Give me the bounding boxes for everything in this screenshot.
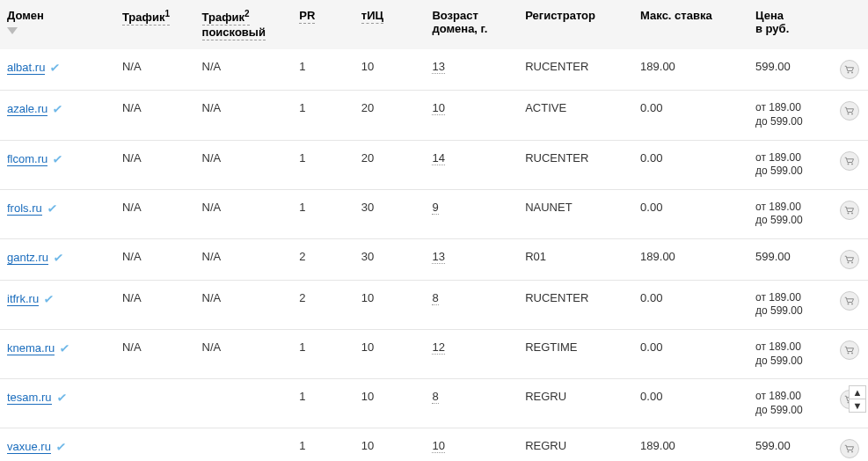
cell-pr: 1 <box>292 189 354 238</box>
verified-check-icon: ✓ <box>49 61 62 77</box>
add-to-cart-button[interactable] <box>840 201 859 220</box>
pager-down-button[interactable]: ▼ <box>850 399 865 412</box>
table-row: itfrk.ru✓N/AN/A2108RUCENTER0.00от 189.00… <box>0 280 868 329</box>
domain-link[interactable]: tesam.ru <box>7 391 52 405</box>
col-header-traffic[interactable]: Трафик1 <box>115 0 195 49</box>
price-single: 599.00 <box>755 250 791 263</box>
cell-traffic: N/A <box>115 91 195 140</box>
cell-traffic-search: N/A <box>195 280 293 329</box>
cell-pr: 1 <box>292 428 354 461</box>
cell-tic: 20 <box>354 91 426 140</box>
price-single: 599.00 <box>755 439 791 452</box>
table-row: frols.ru✓N/AN/A1309NAUNET0.00от 189.00до… <box>0 189 868 238</box>
add-to-cart-button[interactable] <box>840 340 859 360</box>
svg-point-1 <box>851 72 853 74</box>
cell-age[interactable]: 8 <box>432 291 438 305</box>
table-header-row: Домен Трафик1 Трафик2 поисковый PR тИЦ В… <box>0 0 868 49</box>
svg-point-10 <box>847 303 849 304</box>
cell-maxbid: 0.00 <box>633 379 748 428</box>
svg-point-16 <box>847 451 849 453</box>
cell-pr: 1 <box>292 330 354 379</box>
sort-desc-icon[interactable] <box>7 27 18 34</box>
col-header-domain[interactable]: Домен <box>0 0 115 49</box>
add-to-cart-button[interactable] <box>840 250 859 269</box>
table-row: flcom.ru✓N/AN/A12014RUCENTER0.00от 189.0… <box>0 140 868 189</box>
price-range: от 189.00до 599.00 <box>755 101 826 128</box>
col-header-traffic-search[interactable]: Трафик2 поисковый <box>195 0 293 49</box>
cell-maxbid: 0.00 <box>633 280 748 329</box>
domain-link[interactable]: flcom.ru <box>7 152 47 166</box>
cell-age[interactable]: 8 <box>432 390 438 404</box>
cell-registrar: RUCENTER <box>518 280 633 329</box>
cell-maxbid: 189.00 <box>633 238 748 280</box>
col-header-tic[interactable]: тИЦ <box>354 0 426 49</box>
pager-up-button[interactable]: ▲ <box>850 386 865 399</box>
domain-link[interactable]: itfrk.ru <box>7 292 39 306</box>
cell-traffic: N/A <box>115 140 195 189</box>
cell-maxbid: 0.00 <box>633 330 748 379</box>
domain-link[interactable]: gantz.ru <box>7 251 48 265</box>
svg-point-13 <box>851 353 853 355</box>
cell-age[interactable]: 10 <box>432 101 444 115</box>
cell-registrar: NAUNET <box>518 189 633 238</box>
add-to-cart-button[interactable] <box>840 60 859 79</box>
cell-registrar: ACTIVE <box>518 91 633 140</box>
cell-registrar: REGTIME <box>518 330 633 379</box>
verified-check-icon: ✓ <box>52 151 64 167</box>
add-to-cart-button[interactable] <box>840 439 859 458</box>
cell-traffic: N/A <box>115 49 195 91</box>
svg-point-2 <box>847 113 849 115</box>
svg-point-6 <box>847 212 849 214</box>
col-header-registrar[interactable]: Регистратор <box>518 0 633 49</box>
cell-traffic-search: N/A <box>195 140 293 189</box>
cell-registrar: RUCENTER <box>518 140 633 189</box>
col-header-price[interactable]: Ценав руб. <box>748 0 833 49</box>
cell-age[interactable]: 14 <box>432 151 444 165</box>
cell-tic: 10 <box>354 280 426 329</box>
domains-table: Домен Трафик1 Трафик2 поисковый PR тИЦ В… <box>0 0 868 461</box>
cell-registrar: REGRU <box>518 428 633 461</box>
cell-age[interactable]: 13 <box>432 60 444 74</box>
cell-traffic: N/A <box>115 189 195 238</box>
cell-traffic: N/A <box>115 330 195 379</box>
col-header-maxbid[interactable]: Макс. ставка <box>633 0 748 49</box>
cell-tic: 10 <box>354 379 426 428</box>
verified-check-icon: ✓ <box>52 102 64 118</box>
verified-check-icon: ✓ <box>56 391 69 406</box>
cell-age[interactable]: 12 <box>432 340 444 355</box>
cell-pr: 2 <box>292 238 354 280</box>
add-to-cart-button[interactable] <box>840 101 859 121</box>
cell-age[interactable]: 13 <box>432 250 444 264</box>
verified-check-icon: ✓ <box>55 440 68 456</box>
cell-traffic-search <box>195 379 293 428</box>
domain-link[interactable]: azale.ru <box>7 102 47 116</box>
domain-link[interactable]: albat.ru <box>7 61 45 75</box>
cell-pr: 1 <box>292 49 354 91</box>
domain-link[interactable]: frols.ru <box>7 201 42 216</box>
svg-point-12 <box>847 353 849 355</box>
cell-age[interactable]: 10 <box>432 439 444 453</box>
cell-tic: 10 <box>354 330 426 379</box>
cell-pr: 1 <box>292 91 354 140</box>
cell-traffic <box>115 428 195 461</box>
cell-tic: 20 <box>354 140 426 189</box>
domain-link[interactable]: knema.ru <box>7 341 55 355</box>
table-row: vaxue.ru✓11010REGRU189.00599.00 <box>0 428 868 461</box>
cell-traffic: N/A <box>115 238 195 280</box>
cell-registrar: R01 <box>518 238 633 280</box>
cell-maxbid: 0.00 <box>633 140 748 189</box>
price-range: от 189.00до 599.00 <box>755 151 826 179</box>
svg-point-7 <box>851 212 853 214</box>
add-to-cart-button[interactable] <box>840 151 859 171</box>
cell-pr: 1 <box>292 379 354 428</box>
cell-registrar: RUCENTER <box>518 49 633 91</box>
svg-point-5 <box>851 163 853 165</box>
col-header-age[interactable]: Возрастдомена, г. <box>425 0 518 49</box>
col-header-pr[interactable]: PR <box>292 0 354 49</box>
price-range: от 189.00до 599.00 <box>755 291 826 318</box>
cell-age[interactable]: 9 <box>432 201 438 215</box>
cell-maxbid: 189.00 <box>633 428 748 461</box>
domain-link[interactable]: vaxue.ru <box>7 440 51 454</box>
add-to-cart-button[interactable] <box>840 291 859 311</box>
price-range: от 189.00до 599.00 <box>755 340 826 368</box>
